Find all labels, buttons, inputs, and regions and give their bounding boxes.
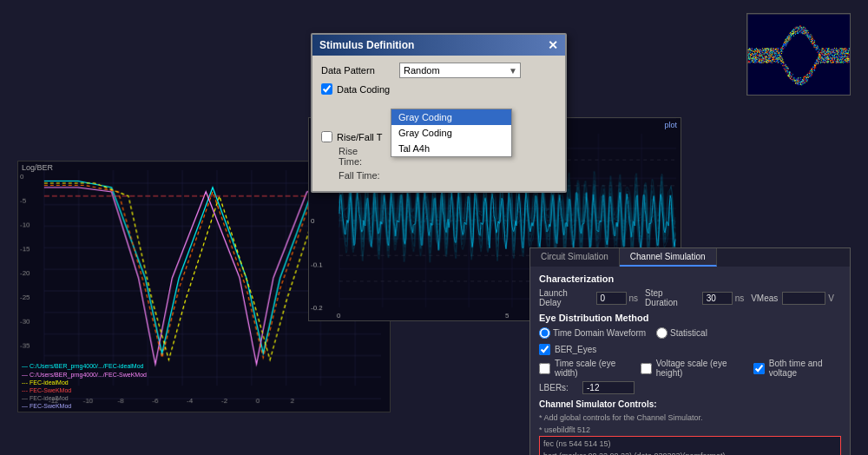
stimulus-dialog: Stimulus Definition ✕ Data Pattern Rando… <box>311 33 567 193</box>
data-pattern-label: Data Pattern <box>321 65 399 76</box>
ber-eyes-label: BER_Eyes <box>555 345 596 354</box>
ber-eyes-checkbox[interactable] <box>539 344 550 355</box>
step-duration-unit: ns <box>735 293 745 303</box>
radio-statistical-input[interactable] <box>656 327 667 339</box>
radio-statistical: Statistical <box>656 327 707 339</box>
rise-fall-label: Rise/Fall T <box>337 132 382 142</box>
channel-line3: fec (ns 544 514 15) <box>543 439 837 451</box>
characterization-title: Characterization <box>539 274 841 284</box>
data-coding-checkbox[interactable] <box>321 83 332 95</box>
data-pattern-row: Data Pattern Random ▼ <box>321 63 556 78</box>
legend-item-1: — C:/Users/BER_prng4000/.../FEC-idealMod <box>22 362 147 370</box>
ber-eyes-row: BER_Eyes <box>539 344 841 355</box>
channel-line4: bert (marker 00 22 00 22) (data 030303)(… <box>543 451 837 456</box>
step-duration-label: Step Duration <box>645 288 698 307</box>
dfe-plot-label: plot <box>664 121 677 129</box>
launch-delay-input[interactable] <box>596 292 627 305</box>
tab-channel-simulation[interactable]: Channel Simulation <box>620 248 717 267</box>
data-pattern-select-wrapper: Random ▼ <box>399 63 521 78</box>
eye-diagram-thumbnail <box>746 13 851 96</box>
radio-statistical-label: Statistical <box>670 328 707 338</box>
step-duration-input[interactable] <box>702 292 733 305</box>
eye-dist-title: Eye Distribution Method <box>539 313 841 323</box>
launch-delay-row: Launch Delay ns Step Duration ns VMeas V <box>539 288 841 307</box>
radio-time-domain: Time Domain Waveform <box>539 327 646 339</box>
legend-item-5: — FEC-idealMod <box>22 394 147 402</box>
radio-time-domain-label: Time Domain Waveform <box>553 328 646 338</box>
vmeas-unit: V <box>828 293 834 303</box>
sim-tabs: Circuit Simulation Channel Simulation <box>530 248 850 267</box>
ber-eyes-options-row: Time scale (eye width) Voltage scale (ey… <box>539 359 841 378</box>
dropdown-gray-coding[interactable]: Gray Coding <box>391 125 511 141</box>
fall-time-row: Fall Time: <box>321 170 556 181</box>
ber-plot-legend: — C:/Users/BER_prng4000/.../FEC-idealMod… <box>22 362 147 410</box>
voltage-scale-label: Voltage scale (eye height) <box>656 359 742 378</box>
vmeas-input[interactable] <box>782 292 825 305</box>
launch-delay-label: Launch Delay <box>539 288 592 307</box>
time-scale-label: Time scale (eye width) <box>555 359 629 378</box>
dropdown-tal-a4h[interactable]: Tal A4h <box>391 141 511 156</box>
voltage-scale-checkbox[interactable] <box>641 363 652 374</box>
lbers-label: LBERs: <box>539 383 578 392</box>
channel-line1: * Add global controls for the Channel Si… <box>539 412 841 425</box>
legend-item-6: — FEC-SweKMod <box>22 402 147 410</box>
rise-time-label: Rise Time: <box>321 146 382 167</box>
dialog-close-button[interactable]: ✕ <box>548 38 558 52</box>
lbers-input[interactable] <box>582 381 635 394</box>
eye-dist-radio-group: Time Domain Waveform Statistical <box>539 327 841 339</box>
time-scale-checkbox[interactable] <box>539 363 550 374</box>
sim-body: Characterization Launch Delay ns Step Du… <box>530 267 850 455</box>
radio-time-domain-input[interactable] <box>539 327 550 339</box>
launch-delay-unit: ns <box>629 293 639 303</box>
rise-fall-checkbox[interactable] <box>321 131 332 142</box>
ber-plot-title: Log/BER <box>22 163 53 172</box>
dialog-titlebar: Stimulus Definition ✕ <box>312 35 565 56</box>
dialog-body: Data Pattern Random ▼ Data Coding Gray C… <box>312 56 565 191</box>
legend-item-3: --- FEC-idealMod <box>22 379 147 386</box>
channel-controls: Channel Simulator Controls: * Add global… <box>539 399 841 455</box>
simulation-setup: Circuit Simulation Channel Simulation Ch… <box>529 247 851 455</box>
both-label: Both time and voltage <box>769 359 841 378</box>
legend-item-2: — C:/Users/BER_prng4000/.../FEC-SweKMod <box>22 371 147 379</box>
channel-controls-title: Channel Simulator Controls: <box>539 399 841 409</box>
channel-highlight-box: fec (ns 544 514 15) bert (marker 00 22 0… <box>539 436 841 455</box>
channel-line2: * usebildflt 512 <box>539 425 841 437</box>
dialog-title: Stimulus Definition <box>319 39 414 51</box>
dropdown-gray-coding-selected[interactable]: Gray Coding <box>391 109 511 125</box>
legend-item-4: --- FEC-SweKMod <box>22 386 147 394</box>
vmeas-label: VMeas <box>751 293 778 303</box>
tab-circuit-simulation[interactable]: Circuit Simulation <box>530 248 620 267</box>
data-coding-checkbox-row: Data Coding <box>321 83 556 95</box>
data-pattern-select[interactable]: Random <box>399 63 521 78</box>
fall-time-label: Fall Time: <box>321 170 382 181</box>
data-coding-label: Data Coding <box>337 84 390 95</box>
lbers-row: LBERs: <box>539 381 841 394</box>
data-coding-dropdown[interactable]: Gray Coding Gray Coding Tal A4h <box>391 109 512 157</box>
both-checkbox[interactable] <box>753 363 765 374</box>
